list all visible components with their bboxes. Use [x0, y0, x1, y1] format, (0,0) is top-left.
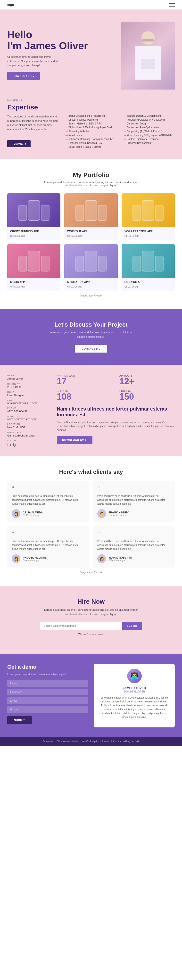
quote-mark-icon: " [12, 485, 85, 492]
hero-person-illustration [121, 22, 175, 89]
author-avatar: 👩 [97, 554, 106, 563]
testimonial-author: 👩 PHOEBE NELSON Sales Manager [12, 554, 85, 563]
portfolio-card-image [7, 193, 61, 228]
skills-eyebrow: MY SKILLS [7, 99, 175, 102]
skill-item: Brand Development & Advertising [65, 115, 117, 117]
portfolio-card-category: UI/UX Design [67, 235, 82, 237]
portfolio-card[interactable]: MUSIC APP UI/UX Design [7, 244, 61, 291]
discuss-description: Let us know your project idea and Get fr… [47, 331, 135, 339]
portfolio-card-title: WORKOUT APP [67, 230, 115, 233]
demo-profile-card: 👨‍💻 JAMES OLIVER JAVA DEVELOPER Lorem ip… [94, 664, 175, 727]
hero-title: Hello I'm James Oliver [7, 29, 117, 51]
demo-company-input[interactable] [7, 689, 88, 695]
author-name: PHOEBE NELSON [23, 556, 46, 559]
hire-section: Hire Now Lorem ipsum dolor sit amet, con… [0, 586, 182, 654]
portfolio-card-image [7, 244, 61, 278]
hamburger-line-3 [169, 6, 175, 6]
quote-mark-icon: " [97, 531, 170, 538]
portfolio-card-body: MEDITATION APP UI/UX Design [64, 278, 117, 291]
contact-me-button[interactable]: CONTACT ME [75, 345, 107, 353]
portfolio-card[interactable]: MEDITATION APP UI/UX Design [64, 244, 117, 291]
skill-item: Content Strategy & Execution [124, 138, 175, 140]
hero-download-cv-button[interactable]: DOWNLOAD CV [7, 72, 40, 80]
author-title: Office Manager [109, 559, 132, 562]
portfolio-card-body: YOGA PRACTICE APP UI/UX Design [121, 228, 175, 240]
portfolio-card-body: BOOKING APP UI/UX Design [121, 278, 175, 291]
testimonial-card: " Proin sed libero enim sed faucibus tur… [93, 526, 175, 568]
hero-text: Hello I'm James Oliver UI designer, phot… [7, 29, 117, 89]
testimonials-grid: " Proin sed libero enim sed faucibus tur… [7, 481, 175, 568]
phone-mockup-small-2 [98, 205, 107, 221]
demo-email-input[interactable] [7, 697, 88, 704]
instagram-icon[interactable]: ig [13, 443, 16, 447]
portfolio-card-image [64, 244, 117, 278]
location-label: LOCATION [7, 423, 51, 425]
demo-card-description: Lorem ipsum dolor sit amet, consectetur … [99, 696, 170, 719]
twitter-icon[interactable]: t [10, 443, 11, 447]
portfolio-card-title: CROWDFUNDING APP [10, 230, 57, 233]
hero-description: UI designer, photographer and travel ent… [7, 55, 61, 68]
skill-item: Conversion Rate Optimization [124, 126, 175, 129]
author-title: CEO Company [23, 514, 43, 517]
hamburger-button[interactable] [169, 3, 175, 6]
hamburger-line-1 [169, 3, 175, 4]
demo-description: Lorem ipsum dolor sit amet, consectetur … [7, 673, 88, 676]
quote-text: Etiam velit scelerisque in dictum non co… [57, 420, 175, 432]
phone-mockup-small-2 [155, 205, 164, 221]
email-value: DESIGNER@EXAMPLE.COM [7, 402, 51, 404]
portfolio-card-title: MUSIC APP [10, 280, 57, 283]
hire-email-input[interactable] [40, 622, 122, 630]
demo-submit-button[interactable]: SUBMIT [7, 716, 32, 724]
demo-card-subtitle: JAVA DEVELOPER [99, 690, 170, 693]
testimonial-author: 👨 FRANK KINNEY Financial Director [97, 509, 170, 518]
author-avatar: 👩 [12, 554, 21, 563]
interests-label: INTERESTS [7, 431, 51, 434]
hero-section: Hello I'm James Oliver UI designer, phot… [0, 10, 182, 89]
skill-item: Business Development [124, 142, 175, 144]
phone-mockup-small [133, 256, 141, 272]
phone-mockup-small [75, 205, 84, 221]
phone-mockup-small [75, 256, 84, 272]
author-name: FRANK KINNEY [109, 511, 129, 514]
phone-mockup-large [28, 251, 40, 272]
skill-item: Streaming & Radio [65, 130, 117, 133]
phone-mockup-small [18, 256, 27, 272]
demo-avatar: 👨‍💻 [127, 669, 142, 683]
projects-stat: PROJECTS 150 [120, 390, 175, 401]
resume-button[interactable]: RESUME ⬇ [7, 140, 30, 147]
demo-card-area: 👨‍💻 JAMES OLIVER JAVA DEVELOPER Lorem ip… [94, 664, 175, 727]
stats-download-cv-button[interactable]: DOWNLOAD CV ⬇ [57, 436, 93, 444]
skills-column-2: Website Design & DevelopmentAdvertising … [124, 115, 175, 150]
phone-mockup-large [85, 200, 97, 221]
name-label: NAME [7, 374, 51, 377]
hero-image [121, 22, 175, 89]
skill-item: Social Media (Paid & Organic) [65, 146, 117, 148]
birthday-value: 28.08.1989 [7, 385, 51, 388]
portfolio-card[interactable]: WORKOUT APP UI/UX Design [64, 193, 117, 240]
role-label: ROLE [7, 391, 51, 393]
portfolio-card[interactable]: CROWDFUNDING APP UI/UX Design [7, 193, 61, 240]
discuss-section: Let's Discuss Your Project Let us know y… [0, 309, 182, 365]
demo-form-area: Get a demo Lorem ipsum dolor sit amet, c… [7, 664, 88, 727]
years-value: 12+ [120, 377, 175, 386]
testimonial-text: Proin sed libero enim sed faucibus turpi… [97, 539, 170, 551]
hire-submit-button[interactable]: SUBMIT [122, 622, 142, 630]
testimonial-text: Proin sed libero enim sed faucibus turpi… [12, 494, 85, 506]
demo-card-name: JAMES OLIVER [99, 686, 170, 690]
author-avatar: 👨 [97, 509, 106, 518]
facebook-icon[interactable]: f [7, 443, 8, 447]
stats-section: NAME James Oliver BIRTHDAY 28.08.1989 RO… [0, 365, 182, 457]
portfolio-card[interactable]: BOOKING APP UI/UX Design [121, 244, 175, 291]
quote-mark-icon: " [97, 485, 170, 492]
demo-phone-input[interactable] [7, 706, 88, 713]
portfolio-card[interactable]: YOGA PRACTICE APP UI/UX Design [121, 193, 175, 240]
demo-form-field [7, 689, 88, 695]
website-label: WEBSITE [7, 415, 51, 418]
portfolio-card-image [64, 193, 117, 228]
author-name: CELIA ALMEDA [23, 511, 43, 514]
demo-name-input[interactable] [7, 680, 88, 687]
portfolio-credit: Images from Freepik [7, 294, 175, 297]
skill-item: Website Design & Development [124, 115, 175, 117]
phone-label: PHONE [7, 407, 51, 409]
stats-right: AWARDS WON 17 AP YEARS 12+ CLIENTS 108 P… [57, 374, 175, 447]
